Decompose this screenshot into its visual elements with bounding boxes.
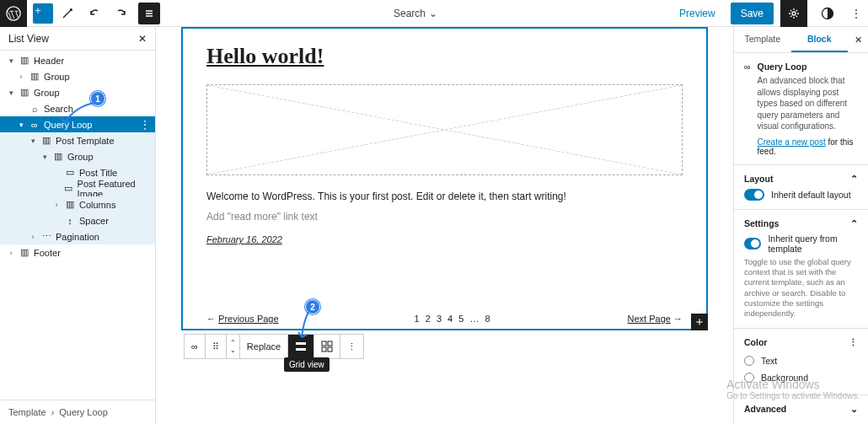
block-type-icon[interactable]: ∞ [185,335,206,358]
settings-title: Settings [744,218,779,228]
readmore-input[interactable]: Add "read more" link text [206,211,683,223]
image-icon: ▭ [63,183,74,194]
tree-item-columns[interactable]: ›▥Columns [0,196,155,212]
query-loop-block[interactable]: Hello world! Welcome to WordPress. This … [181,27,708,330]
callout-arrow-1 [59,99,98,128]
settings-help: Toggle to use the global query context t… [744,257,858,319]
create-post-link[interactable]: Create a new post [758,137,826,147]
tree-item-header[interactable]: ▾▥Header [0,52,155,68]
tree-item-group[interactable]: ▾▥Group [0,148,155,164]
add-block-inline[interactable]: ＋ [691,314,708,330]
redo-button[interactable] [108,0,135,27]
tooltip: Grid view [284,357,330,372]
post-template[interactable]: Hello world! Welcome to WordPress. This … [183,29,706,244]
tab-block[interactable]: Block [791,27,849,52]
breadcrumb-root[interactable]: Template [8,407,46,417]
template-icon: ▥ [40,135,52,146]
pagination-prev[interactable]: ← Previous Page [206,314,279,324]
sidebar-tabs: Template Block ✕ [734,27,868,53]
post-content[interactable]: Welcome to WordPress. This is your first… [206,191,683,202]
svg-rect-5 [322,341,326,346]
sidebar-close-icon[interactable]: ✕ [848,27,868,52]
inherit-query-toggle[interactable]: Inherit query from template [744,233,858,254]
svg-rect-3 [296,342,306,345]
loop-icon: ∞ [744,62,751,72]
undo-button[interactable] [81,0,108,27]
listview-panel: List View ✕ ▾▥Header ›▥Group ▾▥Group ⌕Se… [0,27,156,424]
columns-icon: ▥ [64,199,76,210]
replace-button[interactable]: Replace [240,335,288,358]
breadcrumb-sep: › [51,407,55,417]
advanced-section[interactable]: Advanced⌄ [734,395,868,422]
wordpress-logo[interactable] [0,0,27,27]
advanced-title: Advanced [744,404,786,414]
breadcrumb-leaf[interactable]: Query Loop [59,407,107,417]
chevron-up-icon[interactable]: ⌃ [850,218,858,228]
pagination-numbers[interactable]: 1 2 3 4 5 … 8 [415,314,492,324]
inherit-layout-toggle[interactable]: Inherit default layout [744,189,858,201]
move-arrows[interactable]: ⌃⌄ [227,335,240,358]
block-info-section: ∞ Query Loop An advanced block that allo… [734,53,868,165]
header-icon: ▥ [19,55,30,66]
title-icon: ▭ [64,167,76,178]
more-menu[interactable]: ⋮ [848,0,865,27]
loop-icon: ∞ [29,120,40,130]
post-date[interactable]: February 16, 2022 [206,234,683,244]
color-bg-row[interactable]: Background [744,369,858,386]
group-icon: ▥ [29,71,40,82]
topbar-left: ＋ [0,0,160,27]
tree-item-featured-image[interactable]: ▭Post Featured Image [0,180,155,196]
color-text-row[interactable]: Text [744,352,858,369]
toggle-on-icon [744,189,764,201]
more-icon[interactable]: ⋮ [140,119,150,131]
tree-item-group[interactable]: ›▥Group [0,68,155,84]
tree-item-footer[interactable]: ›▥Footer [0,244,155,260]
group-icon: ▥ [19,87,30,98]
tree-item-spacer[interactable]: ↕Spacer [0,212,155,228]
footer-icon: ▥ [19,247,30,258]
svg-rect-8 [328,347,332,352]
layout-title: Layout [744,174,773,184]
featured-image-placeholder[interactable] [206,84,683,175]
svg-point-1 [792,12,796,15]
pagination-next[interactable]: Next Page → [628,314,683,324]
settings-button[interactable] [780,0,807,27]
grid-view-layout-button[interactable] [314,335,340,358]
topbar: ＋ Search ⌄ Preview Save ⋮ [0,0,868,27]
breadcrumb: Template › Query Loop [0,400,155,424]
pagination-icon: ⋯ [40,231,52,242]
preview-button[interactable]: Preview [671,3,724,24]
block-name: Query Loop [758,62,859,72]
spacer-icon: ↕ [64,216,76,226]
search-icon: ⌕ [29,104,40,114]
svg-rect-7 [322,347,326,352]
canvas-inner: Hello world! Welcome to WordPress. This … [181,27,708,424]
more-icon[interactable]: ⋮ [849,337,858,347]
settings-section: Settings⌃ Inherit query from template To… [734,210,868,329]
post-title[interactable]: Hello world! [206,44,683,69]
close-icon[interactable]: ✕ [138,33,147,45]
chevron-down-icon: ⌄ [850,404,858,414]
callout-arrow-2 [297,310,313,341]
tab-template[interactable]: Template [734,27,791,52]
tools-button[interactable] [54,0,81,27]
tree-item-post-template[interactable]: ▾▥Post Template [0,132,155,148]
svg-rect-6 [328,341,332,346]
add-block-button[interactable]: ＋ [27,0,54,27]
listview-toggle[interactable] [138,3,160,24]
save-button[interactable]: Save [731,3,774,24]
chevron-down-icon: ⌄ [429,8,437,19]
document-title-label: Search [394,8,426,19]
document-title[interactable]: Search ⌄ [160,8,671,19]
color-section: Color⋮ Text Background [734,329,868,395]
editor-canvas: Hello world! Welcome to WordPress. This … [156,27,733,424]
svg-rect-4 [296,348,306,351]
chevron-up-icon[interactable]: ⌃ [850,174,858,184]
styles-button[interactable] [814,0,841,27]
drag-handle-icon[interactable]: ⠿ [206,335,227,358]
tree-item-pagination[interactable]: ›⋯Pagination [0,228,155,244]
tree-item-group[interactable]: ▾▥Group [0,84,155,100]
group-icon: ▥ [52,151,64,162]
block-more-menu[interactable]: ⋮ [340,335,363,358]
listview-title: List View [8,33,49,45]
